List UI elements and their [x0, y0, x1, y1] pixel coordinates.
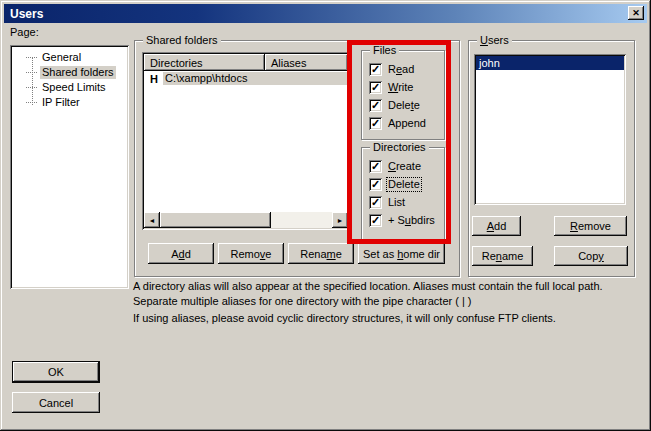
- home-flag: H: [150, 73, 158, 85]
- scroll-right-icon: ►: [337, 217, 344, 224]
- scrollbar-track[interactable]: [271, 212, 332, 228]
- files-append-row: ✓ Append: [369, 117, 442, 130]
- append-checkbox[interactable]: ✓: [369, 117, 382, 130]
- directory-row[interactable]: H C:\xampp\htdocs: [144, 71, 348, 86]
- window-title: Users: [10, 7, 43, 21]
- column-header-aliases[interactable]: Aliases: [265, 54, 348, 71]
- users-remove-button[interactable]: Remove: [554, 216, 627, 236]
- files-permissions-group: Files ✓ Read ✓ Write ✓ Delete ✓ Append: [361, 50, 445, 140]
- scroll-left-icon: ◄: [149, 217, 156, 224]
- users-copy-button[interactable]: Copy: [554, 246, 628, 266]
- ok-label: OK: [48, 366, 64, 378]
- read-label[interactable]: Read: [387, 63, 415, 76]
- dirs-list-row: ✓ List: [369, 196, 442, 209]
- create-checkbox[interactable]: ✓: [369, 160, 382, 173]
- scroll-left-button[interactable]: ◄: [144, 212, 160, 228]
- column-header-directories[interactable]: Directories: [144, 54, 265, 71]
- subdirs-label[interactable]: + Subdirs: [387, 214, 436, 227]
- close-icon: ✕: [632, 8, 640, 18]
- page-listbox[interactable]: General Shared folders Speed Limits IP F…: [10, 45, 129, 289]
- users-remove-label: Remove: [570, 220, 611, 232]
- dirs-create-row: ✓ Create: [369, 160, 442, 173]
- user-name: john: [479, 57, 500, 69]
- check-icon: ✓: [371, 117, 380, 130]
- directories-listview[interactable]: Directories Aliases H C:\xampp\htdocs ◄ …: [142, 52, 350, 230]
- directories-permissions-group: Directories ✓ Create ✓ Delete ✓ List ✓ +…: [361, 147, 445, 242]
- shared-rename-label: Rename: [300, 248, 342, 260]
- subdirs-checkbox[interactable]: ✓: [369, 214, 382, 227]
- check-icon: ✓: [371, 160, 380, 173]
- dirs-delete-row: ✓ Delete: [369, 178, 442, 191]
- create-label[interactable]: Create: [387, 160, 422, 173]
- scrollbar-thumb[interactable]: [160, 212, 271, 228]
- cancel-label: Cancel: [39, 397, 73, 409]
- set-as-home-dir-label: Set as home dir: [363, 248, 440, 260]
- users-rename-button[interactable]: Rename: [472, 246, 533, 266]
- scroll-right-button[interactable]: ►: [332, 212, 348, 228]
- tree-item-speed-limits[interactable]: Speed Limits: [10, 80, 129, 95]
- shared-remove-label: Remove: [231, 248, 272, 260]
- delete-dirs-label[interactable]: Delete: [387, 178, 421, 191]
- users-rename-label: Rename: [482, 250, 524, 262]
- directories-group-label: Directories: [370, 141, 429, 153]
- users-listbox[interactable]: john: [474, 54, 626, 205]
- delete-dirs-checkbox[interactable]: ✓: [369, 178, 382, 191]
- directory-path: C:\xampp\htdocs: [163, 72, 348, 85]
- tree-item-shared-folders[interactable]: Shared folders: [10, 65, 129, 80]
- user-row-john[interactable]: john: [476, 56, 624, 70]
- check-icon: ✓: [371, 178, 380, 191]
- check-icon: ✓: [371, 99, 380, 112]
- users-add-label: Add: [487, 220, 507, 232]
- users-copy-label: Copy: [578, 250, 604, 262]
- cyclic-note: If using aliases, please avoid cyclic di…: [133, 311, 647, 326]
- delete-files-label[interactable]: Delete: [387, 99, 421, 112]
- list-checkbox[interactable]: ✓: [369, 196, 382, 209]
- tree-line: [26, 72, 37, 73]
- close-button[interactable]: ✕: [628, 6, 644, 20]
- files-read-row: ✓ Read: [369, 63, 442, 76]
- shared-add-button[interactable]: Add: [148, 243, 214, 264]
- listview-header: Directories Aliases: [144, 54, 348, 71]
- files-checkbox-column: ✓ Read ✓ Write ✓ Delete ✓ Append: [369, 63, 442, 135]
- files-write-row: ✓ Write: [369, 81, 442, 94]
- check-icon: ✓: [371, 63, 380, 76]
- shared-rename-button[interactable]: Rename: [288, 243, 354, 264]
- append-label[interactable]: Append: [387, 117, 427, 130]
- users-group-label: Users: [477, 34, 512, 46]
- dirs-subdirs-row: ✓ + Subdirs: [369, 214, 442, 227]
- tree-item-general[interactable]: General: [10, 50, 129, 65]
- delete-files-checkbox[interactable]: ✓: [369, 99, 382, 112]
- ok-button[interactable]: OK: [12, 361, 100, 383]
- horizontal-scrollbar[interactable]: ◄ ►: [144, 212, 348, 228]
- users-add-button[interactable]: Add: [472, 216, 521, 236]
- check-icon: ✓: [371, 196, 380, 209]
- list-label[interactable]: List: [387, 196, 406, 209]
- users-dialog: Users ✕ Page: General Shared folders Spe…: [0, 0, 651, 431]
- write-label[interactable]: Write: [387, 81, 414, 94]
- cancel-button[interactable]: Cancel: [12, 392, 100, 413]
- write-checkbox[interactable]: ✓: [369, 81, 382, 94]
- check-icon: ✓: [371, 214, 380, 227]
- files-delete-row: ✓ Delete: [369, 99, 442, 112]
- tree-line: [26, 102, 37, 103]
- tree-line: [26, 87, 37, 88]
- check-icon: ✓: [371, 81, 380, 94]
- page-tree: General Shared folders Speed Limits IP F…: [10, 50, 129, 110]
- files-group-label: Files: [370, 44, 399, 56]
- tree-item-ip-filter[interactable]: IP Filter: [10, 95, 129, 110]
- set-as-home-dir-button[interactable]: Set as home dir: [358, 243, 445, 264]
- tree-line: [26, 57, 37, 58]
- listview-body: H C:\xampp\htdocs: [144, 71, 348, 212]
- page-label: Page:: [10, 26, 39, 38]
- directories-checkbox-column: ✓ Create ✓ Delete ✓ List ✓ + Subdirs: [369, 160, 442, 232]
- title-bar[interactable]: Users ✕: [4, 4, 647, 23]
- shared-folders-group-label: Shared folders: [143, 34, 221, 46]
- shared-add-label: Add: [171, 248, 191, 260]
- alias-note: A directory alias will also appear at th…: [133, 279, 647, 309]
- shared-remove-button[interactable]: Remove: [218, 243, 284, 264]
- read-checkbox[interactable]: ✓: [369, 63, 382, 76]
